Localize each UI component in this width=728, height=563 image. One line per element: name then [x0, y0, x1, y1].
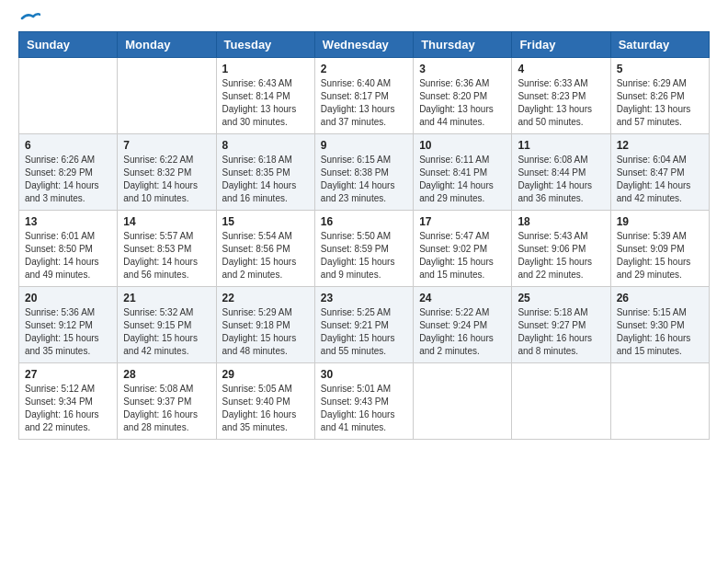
day-number: 18	[518, 215, 604, 228]
day-number: 28	[123, 368, 210, 381]
day-info: Sunrise: 5:22 AMSunset: 9:24 PMDaylight:…	[419, 306, 506, 358]
day-info: Sunrise: 5:08 AMSunset: 9:37 PMDaylight:…	[123, 383, 210, 434]
day-number: 12	[617, 139, 703, 152]
day-info: Sunrise: 5:36 AMSunset: 9:12 PMDaylight:…	[25, 306, 111, 358]
day-info: Sunrise: 5:39 AMSunset: 9:09 PMDaylight:…	[617, 230, 703, 282]
calendar-cell: 28Sunrise: 5:08 AMSunset: 9:37 PMDayligh…	[118, 363, 216, 440]
day-info: Sunrise: 6:18 AMSunset: 8:35 PMDaylight:…	[222, 154, 309, 205]
day-number: 3	[419, 63, 506, 75]
calendar-cell: 25Sunrise: 5:18 AMSunset: 9:27 PMDayligh…	[512, 287, 610, 363]
calendar-cell: 4Sunrise: 6:33 AMSunset: 8:23 PMDaylight…	[512, 58, 610, 134]
day-number: 9	[321, 139, 407, 152]
logo	[18, 18, 40, 22]
weekday-header-row: SundayMondayTuesdayWednesdayThursdayFrid…	[19, 32, 710, 58]
calendar-cell: 15Sunrise: 5:54 AMSunset: 8:56 PMDayligh…	[216, 211, 314, 287]
logo-bird-icon	[20, 11, 40, 26]
day-info: Sunrise: 5:50 AMSunset: 8:59 PMDaylight:…	[321, 230, 407, 282]
day-number: 6	[25, 139, 111, 152]
day-info: Sunrise: 5:15 AMSunset: 9:30 PMDaylight:…	[617, 306, 703, 358]
day-info: Sunrise: 5:43 AMSunset: 9:06 PMDaylight:…	[518, 230, 604, 282]
calendar-cell: 8Sunrise: 6:18 AMSunset: 8:35 PMDaylight…	[216, 134, 314, 211]
day-info: Sunrise: 5:54 AMSunset: 8:56 PMDaylight:…	[222, 230, 309, 282]
day-info: Sunrise: 5:32 AMSunset: 9:15 PMDaylight:…	[123, 306, 210, 358]
day-number: 25	[518, 292, 604, 304]
day-info: Sunrise: 6:43 AMSunset: 8:14 PMDaylight:…	[222, 77, 309, 129]
calendar-cell: 16Sunrise: 5:50 AMSunset: 8:59 PMDayligh…	[314, 211, 413, 287]
calendar-cell	[118, 58, 216, 134]
day-info: Sunrise: 6:15 AMSunset: 8:38 PMDaylight:…	[321, 154, 407, 205]
day-info: Sunrise: 6:11 AMSunset: 8:41 PMDaylight:…	[419, 154, 506, 205]
weekday-header-monday: Monday	[118, 32, 216, 58]
day-number: 20	[25, 292, 111, 304]
day-info: Sunrise: 6:04 AMSunset: 8:47 PMDaylight:…	[617, 154, 703, 205]
calendar-cell: 17Sunrise: 5:47 AMSunset: 9:02 PMDayligh…	[414, 211, 512, 287]
day-number: 11	[518, 139, 604, 152]
calendar-cell: 3Sunrise: 6:36 AMSunset: 8:20 PMDaylight…	[414, 58, 512, 134]
day-number: 7	[123, 139, 210, 152]
day-number: 5	[617, 63, 703, 75]
day-info: Sunrise: 6:08 AMSunset: 8:44 PMDaylight:…	[518, 154, 604, 205]
calendar-cell: 13Sunrise: 6:01 AMSunset: 8:50 PMDayligh…	[19, 211, 118, 287]
day-number: 27	[25, 368, 111, 381]
day-info: Sunrise: 5:01 AMSunset: 9:43 PMDaylight:…	[321, 383, 407, 434]
day-number: 15	[222, 215, 309, 228]
calendar-cell	[610, 363, 709, 440]
weekday-header-saturday: Saturday	[610, 32, 709, 58]
weekday-header-sunday: Sunday	[19, 32, 118, 58]
calendar-cell: 30Sunrise: 5:01 AMSunset: 9:43 PMDayligh…	[314, 363, 413, 440]
weekday-header-thursday: Thursday	[414, 32, 512, 58]
calendar-cell: 27Sunrise: 5:12 AMSunset: 9:34 PMDayligh…	[19, 363, 118, 440]
day-info: Sunrise: 5:57 AMSunset: 8:53 PMDaylight:…	[123, 230, 210, 282]
calendar-cell: 22Sunrise: 5:29 AMSunset: 9:18 PMDayligh…	[216, 287, 314, 363]
day-number: 1	[222, 63, 309, 75]
calendar-table: SundayMondayTuesdayWednesdayThursdayFrid…	[18, 31, 710, 440]
day-info: Sunrise: 5:29 AMSunset: 9:18 PMDaylight:…	[222, 306, 309, 358]
day-number: 23	[321, 292, 407, 304]
calendar-cell	[512, 363, 610, 440]
day-number: 19	[617, 215, 703, 228]
calendar-week-1: 1Sunrise: 6:43 AMSunset: 8:14 PMDaylight…	[19, 58, 710, 134]
calendar-cell: 10Sunrise: 6:11 AMSunset: 8:41 PMDayligh…	[414, 134, 512, 211]
day-info: Sunrise: 6:22 AMSunset: 8:32 PMDaylight:…	[123, 154, 210, 205]
day-info: Sunrise: 6:26 AMSunset: 8:29 PMDaylight:…	[25, 154, 111, 205]
calendar-week-4: 20Sunrise: 5:36 AMSunset: 9:12 PMDayligh…	[19, 287, 710, 363]
calendar-body: 1Sunrise: 6:43 AMSunset: 8:14 PMDaylight…	[19, 58, 710, 440]
day-number: 8	[222, 139, 309, 152]
day-number: 16	[321, 215, 407, 228]
calendar-cell: 6Sunrise: 6:26 AMSunset: 8:29 PMDaylight…	[19, 134, 118, 211]
day-number: 26	[617, 292, 703, 304]
day-number: 10	[419, 139, 506, 152]
day-info: Sunrise: 5:05 AMSunset: 9:40 PMDaylight:…	[222, 383, 309, 434]
calendar-cell: 24Sunrise: 5:22 AMSunset: 9:24 PMDayligh…	[414, 287, 512, 363]
day-number: 13	[25, 215, 111, 228]
calendar-week-3: 13Sunrise: 6:01 AMSunset: 8:50 PMDayligh…	[19, 211, 710, 287]
day-info: Sunrise: 5:47 AMSunset: 9:02 PMDaylight:…	[419, 230, 506, 282]
calendar-cell: 14Sunrise: 5:57 AMSunset: 8:53 PMDayligh…	[118, 211, 216, 287]
day-number: 2	[321, 63, 407, 75]
calendar-cell: 18Sunrise: 5:43 AMSunset: 9:06 PMDayligh…	[512, 211, 610, 287]
calendar-week-5: 27Sunrise: 5:12 AMSunset: 9:34 PMDayligh…	[19, 363, 710, 440]
calendar-cell	[19, 58, 118, 134]
calendar-cell: 21Sunrise: 5:32 AMSunset: 9:15 PMDayligh…	[118, 287, 216, 363]
calendar-cell: 20Sunrise: 5:36 AMSunset: 9:12 PMDayligh…	[19, 287, 118, 363]
day-info: Sunrise: 6:33 AMSunset: 8:23 PMDaylight:…	[518, 77, 604, 129]
day-info: Sunrise: 5:25 AMSunset: 9:21 PMDaylight:…	[321, 306, 407, 358]
day-number: 29	[222, 368, 309, 381]
calendar-cell: 19Sunrise: 5:39 AMSunset: 9:09 PMDayligh…	[610, 211, 709, 287]
day-number: 22	[222, 292, 309, 304]
weekday-header-wednesday: Wednesday	[314, 32, 413, 58]
day-number: 30	[321, 368, 407, 381]
day-info: Sunrise: 6:01 AMSunset: 8:50 PMDaylight:…	[25, 230, 111, 282]
day-number: 17	[419, 215, 506, 228]
calendar-cell: 11Sunrise: 6:08 AMSunset: 8:44 PMDayligh…	[512, 134, 610, 211]
calendar-cell: 26Sunrise: 5:15 AMSunset: 9:30 PMDayligh…	[610, 287, 709, 363]
day-info: Sunrise: 5:12 AMSunset: 9:34 PMDaylight:…	[25, 383, 111, 434]
calendar-cell: 23Sunrise: 5:25 AMSunset: 9:21 PMDayligh…	[314, 287, 413, 363]
day-number: 4	[518, 63, 604, 75]
weekday-header-friday: Friday	[512, 32, 610, 58]
day-info: Sunrise: 6:29 AMSunset: 8:26 PMDaylight:…	[617, 77, 703, 129]
day-number: 21	[123, 292, 210, 304]
calendar-cell: 5Sunrise: 6:29 AMSunset: 8:26 PMDaylight…	[610, 58, 709, 134]
day-number: 14	[123, 215, 210, 228]
header	[18, 18, 710, 22]
